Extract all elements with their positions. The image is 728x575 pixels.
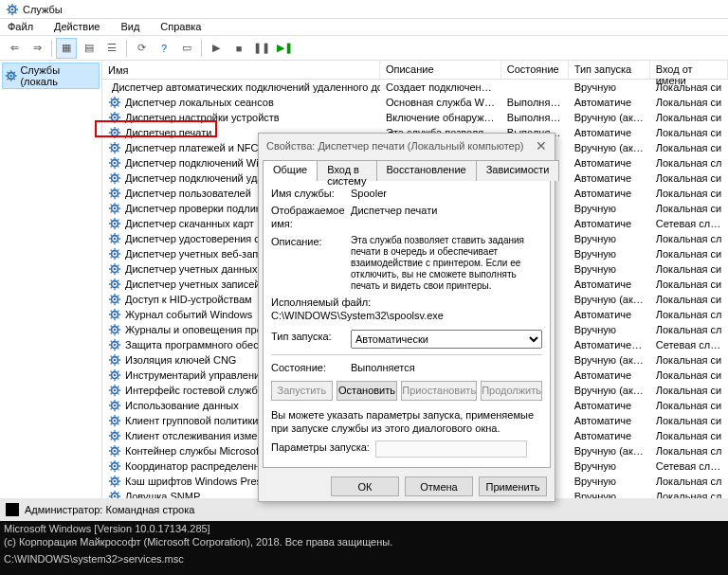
label-display-name: Отображаемое имя: bbox=[271, 204, 351, 231]
tab-dependencies[interactable]: Зависимости bbox=[476, 160, 560, 181]
service-icon bbox=[108, 353, 121, 367]
service-start-cell: Вручную bbox=[569, 263, 650, 275]
menu-action[interactable]: Действие bbox=[50, 20, 103, 34]
props-button[interactable]: ▭ bbox=[176, 38, 197, 59]
service-icon bbox=[108, 232, 121, 245]
service-from-cell: Локальная сл bbox=[650, 491, 728, 498]
startup-type-select[interactable]: Автоматически bbox=[351, 330, 542, 349]
refresh-button[interactable]: ⟳ bbox=[131, 38, 152, 59]
label-service-name: Имя службы: bbox=[271, 187, 351, 200]
tree-root[interactable]: Службы (локаль bbox=[2, 63, 100, 89]
stop-service-button[interactable]: ■ bbox=[228, 38, 249, 59]
label-exe: Исполняемый файл: bbox=[271, 296, 542, 309]
col-desc[interactable]: Описание bbox=[380, 61, 501, 79]
service-icon bbox=[108, 262, 121, 276]
col-state[interactable]: Состояние bbox=[501, 61, 569, 79]
service-icon bbox=[108, 141, 121, 154]
help-text: Вы можете указать параметры запуска, при… bbox=[271, 408, 542, 436]
menu-help[interactable]: Справка bbox=[156, 20, 205, 34]
ok-button[interactable]: ОК bbox=[331, 476, 399, 496]
label-startup-type: Тип запуска: bbox=[271, 330, 351, 343]
service-name-cell: Диспетчер учетных данных bbox=[125, 263, 258, 275]
col-from[interactable]: Вход от имени bbox=[650, 61, 728, 79]
forward-button[interactable]: ⇒ bbox=[27, 38, 47, 59]
service-from-cell: Локальная сл bbox=[650, 233, 728, 244]
details-button[interactable]: ▤ bbox=[79, 38, 100, 59]
cancel-button[interactable]: Отмена bbox=[405, 476, 473, 496]
service-name-cell: Ловушка SNMP bbox=[125, 491, 200, 498]
service-from-cell: Локальная си bbox=[650, 400, 728, 411]
table-row[interactable]: Диспетчер настройки устройствВключение о… bbox=[102, 110, 728, 125]
resume-button: Продолжить bbox=[481, 381, 542, 401]
col-start[interactable]: Тип запуска bbox=[569, 61, 650, 79]
grid-header: Имя Описание Состояние Тип запуска Вход … bbox=[102, 61, 728, 80]
service-icon bbox=[108, 475, 121, 488]
service-start-cell: Вручную bbox=[569, 81, 650, 93]
close-icon[interactable]: ✕ bbox=[536, 138, 547, 153]
service-icon bbox=[108, 278, 121, 291]
stop-button[interactable]: Остановить bbox=[337, 381, 398, 401]
service-start-cell: Вручную bbox=[569, 248, 650, 260]
service-from-cell: Локальная си bbox=[650, 294, 728, 305]
service-from-cell: Локальная сл bbox=[650, 157, 728, 169]
start-service-button[interactable]: ▶ bbox=[206, 38, 227, 59]
restart-service-button[interactable]: ▶❚ bbox=[274, 38, 295, 59]
service-name-cell: Диспетчер настройки устройств bbox=[125, 112, 280, 123]
menu-file[interactable]: Файл bbox=[4, 20, 37, 34]
back-button[interactable]: ⇐ bbox=[4, 38, 25, 59]
service-start-cell: Автоматиче bbox=[569, 127, 650, 138]
service-from-cell: Локальная си bbox=[650, 248, 728, 260]
service-icon bbox=[108, 96, 121, 109]
service-from-cell: Локальная сл bbox=[650, 476, 728, 487]
start-params-input bbox=[375, 440, 527, 458]
service-name-value: Spooler bbox=[351, 187, 542, 200]
service-icon bbox=[108, 111, 121, 124]
service-start-cell: Вручную (ак… bbox=[569, 112, 650, 123]
service-from-cell: Локальная си bbox=[650, 203, 728, 214]
state-value: Выполняется bbox=[351, 361, 542, 374]
tab-general[interactable]: Общие bbox=[263, 160, 318, 181]
service-start-cell: Вручную bbox=[569, 203, 650, 214]
show-hide-tree-button[interactable]: ▦ bbox=[56, 38, 77, 59]
tree-pane: Службы (локаль bbox=[0, 61, 102, 498]
service-start-cell: Автоматиче bbox=[569, 400, 650, 411]
tab-recovery[interactable]: Восстановление bbox=[376, 160, 477, 181]
service-start-cell: Автоматиче… bbox=[569, 339, 650, 350]
service-from-cell: Локальная си bbox=[650, 172, 728, 184]
tab-logon[interactable]: Вход в систему bbox=[317, 160, 376, 181]
label-start-params: Параметры запуска: bbox=[271, 440, 375, 454]
service-name-cell: Использование данных bbox=[125, 400, 239, 411]
cmd-line-3: C:\WINDOWS\system32>services.msc bbox=[4, 553, 724, 566]
menu-view[interactable]: Вид bbox=[117, 20, 143, 34]
tree-root-label: Службы (локаль bbox=[20, 64, 97, 87]
help-button[interactable]: ? bbox=[154, 38, 174, 59]
service-icon bbox=[108, 217, 121, 230]
service-icon bbox=[108, 414, 121, 427]
service-icon bbox=[108, 444, 121, 458]
export-button[interactable]: ☰ bbox=[101, 38, 122, 59]
col-name[interactable]: Имя bbox=[102, 61, 380, 79]
display-name-value: Диспетчер печати bbox=[351, 204, 542, 217]
pause-service-button[interactable]: ❚❚ bbox=[251, 38, 272, 59]
cmd-output[interactable]: Microsoft Windows [Version 10.0.17134.28… bbox=[0, 521, 728, 567]
service-start-cell: Автоматиче bbox=[569, 369, 650, 381]
service-name-cell: Диспетчер пользователей bbox=[125, 188, 251, 199]
service-start-cell: Вручную bbox=[569, 491, 650, 498]
service-icon bbox=[108, 187, 121, 200]
table-row[interactable]: Диспетчер автоматических подключений уда… bbox=[102, 80, 728, 95]
service-desc-cell: Основная служба Windows, … bbox=[380, 97, 501, 108]
service-name-cell: Диспетчер автоматических подключений уда… bbox=[112, 81, 380, 93]
service-icon bbox=[108, 126, 121, 139]
menubar[interactable]: Файл Действие Вид Справка bbox=[0, 19, 728, 36]
service-start-cell: Вручную (ак… bbox=[569, 354, 650, 366]
apply-button[interactable]: Применить bbox=[479, 476, 547, 496]
service-start-cell: Вручную bbox=[569, 476, 650, 487]
service-start-cell: Вручную (ак… bbox=[569, 294, 650, 305]
service-start-cell: Автоматиче bbox=[569, 415, 650, 426]
service-from-cell: Локальная си bbox=[650, 188, 728, 199]
service-from-cell: Локальная си bbox=[650, 112, 728, 123]
window-title: Службы bbox=[23, 4, 63, 15]
table-row[interactable]: Диспетчер локальных сеансовОсновная служ… bbox=[102, 95, 728, 110]
dialog-title-bar[interactable]: Свойства: Диспетчер печати (Локальный ко… bbox=[259, 134, 555, 159]
service-start-cell: Вручную (ак… bbox=[569, 445, 650, 457]
